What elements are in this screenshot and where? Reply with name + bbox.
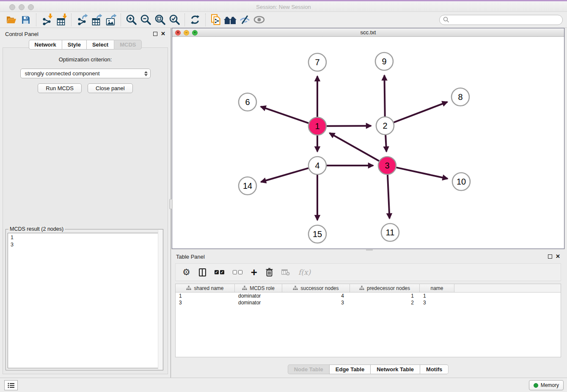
column-header-successor-nodes[interactable]: successor nodes xyxy=(282,284,350,292)
zoom-out-icon[interactable] xyxy=(138,13,153,27)
delete-column-icon[interactable] xyxy=(266,266,273,279)
column-header-predecessor-nodes[interactable]: predecessor nodes xyxy=(350,284,420,292)
node-label: 3 xyxy=(385,161,389,170)
home-icon[interactable] xyxy=(223,13,237,27)
float-window-icon[interactable] xyxy=(153,32,157,36)
tab-select[interactable]: Select xyxy=(86,40,114,50)
mcds-tab-content: Optimization criterion: strongly connect… xyxy=(3,47,168,374)
cell-successor-nodes[interactable]: 3 xyxy=(282,299,350,306)
tab-mcds[interactable]: MCDS xyxy=(114,40,142,50)
task-history-button[interactable] xyxy=(4,380,18,390)
export-arrow-icon xyxy=(96,14,102,19)
hide-panels-icon[interactable] xyxy=(237,13,252,27)
network-window-titlebar[interactable]: ✕ − + scc.txt xyxy=(172,28,564,37)
clear-selection-icon[interactable] xyxy=(233,266,242,279)
cell-successor-nodes[interactable]: 4 xyxy=(282,293,350,299)
toolbar-separator xyxy=(36,14,36,26)
edge-2-8[interactable] xyxy=(394,102,448,122)
control-panel-title: Control Panel xyxy=(5,31,39,37)
graph-node-7[interactable]: 7 xyxy=(308,53,326,71)
graph-node-8[interactable]: 8 xyxy=(451,88,469,106)
cell-MCDS-role[interactable]: dominator xyxy=(235,293,282,299)
edge-4-14[interactable] xyxy=(261,168,308,182)
import-table-icon[interactable] xyxy=(54,13,68,27)
zoom-selected-icon[interactable] xyxy=(167,13,182,27)
graph-node-4[interactable]: 4 xyxy=(308,157,326,174)
edge-3-1[interactable] xyxy=(330,133,379,161)
cell-name[interactable]: 3 xyxy=(420,299,454,306)
result-scrollbar[interactable] xyxy=(158,230,162,370)
node-label: 7 xyxy=(315,58,319,67)
table-row[interactable]: 3dominator323 xyxy=(176,299,561,306)
memory-button[interactable]: Memory xyxy=(529,380,564,390)
cell-predecessor-nodes[interactable]: 2 xyxy=(350,299,420,306)
export-table-icon[interactable] xyxy=(89,13,103,27)
graph-node-11[interactable]: 11 xyxy=(381,224,399,241)
save-session-icon[interactable] xyxy=(19,13,33,27)
network-maximize-icon[interactable]: + xyxy=(192,30,198,36)
edge-2-9[interactable] xyxy=(384,75,385,116)
zoom-in-icon[interactable] xyxy=(124,13,138,27)
export-network-icon[interactable] xyxy=(74,13,89,27)
list-icon xyxy=(8,383,15,388)
column-header-MCDS-role[interactable]: MCDS role xyxy=(235,284,282,292)
edge-3-11[interactable] xyxy=(388,175,390,218)
graph-node-9[interactable]: 9 xyxy=(375,52,393,70)
network-graph-canvas[interactable]: 7968124314101511 xyxy=(172,37,564,248)
graph-node-15[interactable]: 15 xyxy=(308,225,326,243)
add-column-icon[interactable]: + xyxy=(251,266,257,279)
graph-node-6[interactable]: 6 xyxy=(239,93,256,111)
mcds-result-text[interactable]: 1 3 xyxy=(8,233,161,368)
float-window-icon[interactable] xyxy=(548,254,552,259)
zoom-fit-icon[interactable] xyxy=(153,13,167,27)
cell-predecessor-nodes[interactable]: 1 xyxy=(350,293,420,299)
tab-network[interactable]: Network xyxy=(29,40,62,50)
graph-node-14[interactable]: 14 xyxy=(239,177,256,195)
close-icon[interactable]: ✕ xyxy=(556,254,560,259)
tab-motifs[interactable]: Motifs xyxy=(420,364,449,374)
search-input[interactable] xyxy=(449,17,559,23)
column-header-name[interactable]: name xyxy=(420,284,454,292)
control-panel: Control Panel ✕ NetworkStyleSelectMCDS O… xyxy=(0,28,171,378)
tab-edge-table[interactable]: Edge Table xyxy=(329,364,370,374)
cell-MCDS-role[interactable]: dominator xyxy=(235,299,282,306)
cell-shared-name[interactable]: 1 xyxy=(176,293,235,299)
graph-node-2[interactable]: 2 xyxy=(376,117,394,135)
show-columns-icon[interactable] xyxy=(199,266,206,279)
export-image-icon[interactable] xyxy=(103,13,118,27)
run-mcds-button[interactable]: Run MCDS xyxy=(38,83,82,93)
cell-name[interactable]: 1 xyxy=(420,293,454,299)
import-arrow-icon xyxy=(48,14,53,19)
close-panel-button[interactable]: Close panel xyxy=(88,83,133,93)
settings-gear-icon[interactable]: ⚙ xyxy=(182,266,190,279)
apply-layout-icon[interactable] xyxy=(188,13,202,27)
panel-splitter-grip[interactable] xyxy=(169,199,173,209)
tab-style[interactable]: Style xyxy=(62,40,86,50)
node-label: 14 xyxy=(243,181,252,190)
edge-3-10[interactable] xyxy=(396,168,447,179)
network-close-icon[interactable]: ✕ xyxy=(175,30,181,36)
cell-shared-name[interactable]: 3 xyxy=(176,299,235,306)
node-table[interactable]: shared nameMCDS rolesuccessor nodesprede… xyxy=(175,284,561,357)
import-network-icon[interactable] xyxy=(39,13,54,27)
search-box[interactable] xyxy=(439,15,563,25)
criterion-select[interactable]: strongly connected component xyxy=(20,69,151,78)
node-label: 1 xyxy=(315,121,319,131)
graph-node-1[interactable]: 1 xyxy=(308,117,326,135)
table-row[interactable]: 1dominator411 xyxy=(176,293,561,299)
edge-1-2[interactable] xyxy=(327,126,371,126)
tab-network-table[interactable]: Network Table xyxy=(370,364,420,374)
column-header-shared-name[interactable]: shared name xyxy=(176,284,235,292)
edge-2-3[interactable] xyxy=(385,135,386,152)
close-icon[interactable]: ✕ xyxy=(161,32,165,36)
network-minimize-icon[interactable]: − xyxy=(184,30,189,36)
graph-node-3[interactable]: 3 xyxy=(378,157,396,174)
tab-node-table[interactable]: Node Table xyxy=(288,364,329,374)
open-session-icon[interactable] xyxy=(4,13,19,27)
network-file-icon[interactable] xyxy=(209,13,223,27)
select-all-icon[interactable]: ✓✓ xyxy=(215,266,224,279)
table-panel-title: Table Panel xyxy=(176,254,205,260)
show-panels-icon[interactable] xyxy=(252,13,266,27)
graph-node-10[interactable]: 10 xyxy=(452,173,470,190)
edge-1-6[interactable] xyxy=(261,107,308,123)
